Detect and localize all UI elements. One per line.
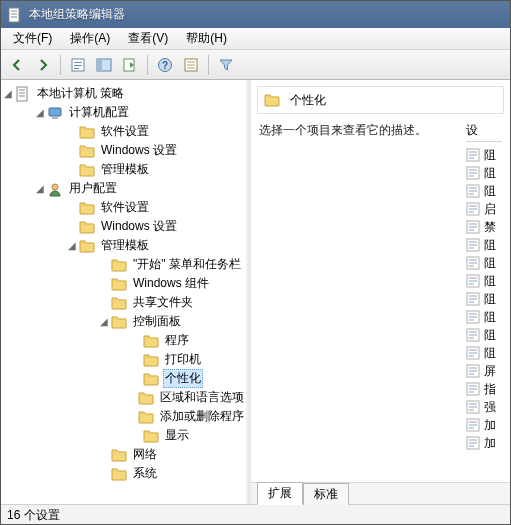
list-item-label: 禁: [484, 219, 496, 236]
tab-extended[interactable]: 扩展: [257, 482, 303, 505]
list-item-label: 阻: [484, 255, 496, 272]
details-title: 个性化: [290, 92, 326, 109]
setting-icon: [466, 400, 480, 414]
tree-item-label: 软件设置: [99, 199, 151, 216]
list-item[interactable]: 阻: [466, 236, 502, 254]
tree-item[interactable]: 个性化: [65, 369, 246, 388]
menu-help[interactable]: 帮助(H): [178, 28, 235, 49]
list-item[interactable]: 阻: [466, 254, 502, 272]
menu-view[interactable]: 查看(V): [120, 28, 176, 49]
setting-icon: [466, 238, 480, 252]
export-icon[interactable]: [118, 53, 142, 77]
toolbar: [1, 50, 510, 80]
collapse-icon[interactable]: ◢: [65, 240, 79, 251]
list-item[interactable]: 屏: [466, 362, 502, 380]
window-title: 本地组策略编辑器: [29, 6, 125, 23]
list-item[interactable]: 阻: [466, 290, 502, 308]
tree-pane[interactable]: ◢本地计算机 策略◢计算机配置软件设置Windows 设置管理模板◢用户配置软件…: [1, 80, 248, 504]
forward-icon[interactable]: [31, 53, 55, 77]
menu-file[interactable]: 文件(F): [5, 28, 60, 49]
list-item[interactable]: 指: [466, 380, 502, 398]
list-item[interactable]: 阻: [466, 272, 502, 290]
up-icon[interactable]: [66, 53, 90, 77]
setting-icon: [466, 436, 480, 450]
back-icon[interactable]: [5, 53, 29, 77]
tree-item[interactable]: 系统: [49, 464, 246, 483]
list-item[interactable]: 禁: [466, 218, 502, 236]
tree-item-label: Windows 组件: [131, 275, 211, 292]
tree-item[interactable]: "开始" 菜单和任务栏: [49, 255, 246, 274]
tree-item[interactable]: ◢控制面板: [49, 312, 246, 331]
filter-icon[interactable]: [214, 53, 238, 77]
list-item[interactable]: 启: [466, 200, 502, 218]
setting-icon: [466, 346, 480, 360]
tree-item-label: 共享文件夹: [131, 294, 195, 311]
tree-item[interactable]: 软件设置: [33, 122, 246, 141]
list-item[interactable]: 阻: [466, 344, 502, 362]
list-item-label: 启: [484, 201, 496, 218]
collapse-icon[interactable]: ◢: [33, 183, 47, 194]
tree-item[interactable]: 显示: [65, 426, 246, 445]
tree-item-label: 区域和语言选项: [158, 389, 246, 406]
folder-icon: [111, 447, 127, 463]
list-item-label: 阻: [484, 183, 496, 200]
folder-icon: [138, 409, 154, 425]
toolbar-separator: [60, 55, 61, 75]
tree-item[interactable]: 添加或删除程序: [65, 407, 246, 426]
tree-item[interactable]: 共享文件夹: [49, 293, 246, 312]
folder-icon: [143, 371, 159, 387]
tree-item-label: 个性化: [163, 369, 203, 388]
folder-icon: [79, 219, 95, 235]
list-item-label: 阻: [484, 273, 496, 290]
tree-item[interactable]: Windows 组件: [49, 274, 246, 293]
folder-icon: [111, 257, 127, 273]
tree-item-label: 添加或删除程序: [158, 408, 246, 425]
tree-item[interactable]: ◢管理模板: [33, 236, 246, 255]
setting-icon: [466, 256, 480, 270]
list-item[interactable]: 加: [466, 434, 502, 452]
tree-item[interactable]: 区域和语言选项: [65, 388, 246, 407]
tree-item[interactable]: Windows 设置: [33, 217, 246, 236]
list-item[interactable]: 加: [466, 416, 502, 434]
setting-icon: [466, 418, 480, 432]
tree-item[interactable]: 网络: [49, 445, 246, 464]
settings-list: 阻阻阻启禁阻阻阻阻阻阻阻屏指强加加: [466, 146, 502, 452]
description-text: 选择一个项目来查看它的描述。: [259, 122, 456, 139]
setting-icon: [466, 292, 480, 306]
tree-item[interactable]: ◢本地计算机 策略: [1, 84, 246, 103]
tree-item-label: Windows 设置: [99, 218, 179, 235]
tree-item[interactable]: ◢用户配置: [17, 179, 246, 198]
tree-item[interactable]: 打印机: [65, 350, 246, 369]
column-header-settings[interactable]: 设: [466, 122, 502, 142]
setting-icon: [466, 364, 480, 378]
computer-config-icon: [47, 105, 63, 121]
tree-item[interactable]: Windows 设置: [33, 141, 246, 160]
list-item[interactable]: 阻: [466, 182, 502, 200]
app-window: 本地组策略编辑器 文件(F) 操作(A) 查看(V) 帮助(H) ◢本地计算机 …: [0, 0, 511, 525]
folder-icon: [79, 124, 95, 140]
collapse-icon[interactable]: ◢: [33, 107, 47, 118]
collapse-icon[interactable]: ◢: [1, 88, 15, 99]
setting-icon: [466, 148, 480, 162]
list-item-label: 阻: [484, 147, 496, 164]
menu-action[interactable]: 操作(A): [62, 28, 118, 49]
folder-icon: [138, 390, 154, 406]
tab-standard[interactable]: 标准: [303, 483, 349, 505]
list-item[interactable]: 阻: [466, 146, 502, 164]
list-item[interactable]: 阻: [466, 164, 502, 182]
list-item[interactable]: 阻: [466, 308, 502, 326]
setting-icon: [466, 274, 480, 288]
show-hide-tree-icon[interactable]: [92, 53, 116, 77]
tree-item[interactable]: 软件设置: [33, 198, 246, 217]
folder-icon: [111, 295, 127, 311]
properties-icon[interactable]: [179, 53, 203, 77]
list-item[interactable]: 强: [466, 398, 502, 416]
collapse-icon[interactable]: ◢: [97, 316, 111, 327]
tree-item[interactable]: 程序: [65, 331, 246, 350]
list-item-label: 屏: [484, 363, 496, 380]
list-item[interactable]: 阻: [466, 326, 502, 344]
tree-item[interactable]: 管理模板: [33, 160, 246, 179]
tree-item[interactable]: ◢计算机配置: [17, 103, 246, 122]
list-item-label: 阻: [484, 237, 496, 254]
help-icon[interactable]: [153, 53, 177, 77]
